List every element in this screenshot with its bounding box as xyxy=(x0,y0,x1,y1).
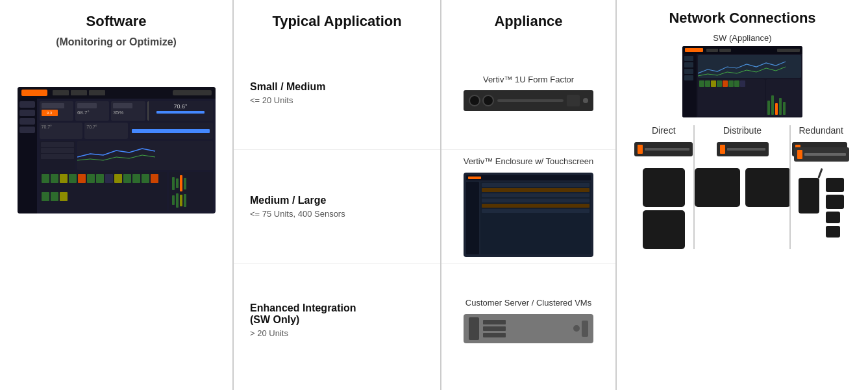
application-rows: Small / Medium <= 20 Units Medium / Larg… xyxy=(234,36,440,377)
conn-col-distribute: Distribute xyxy=(695,125,791,249)
conn-col-title-direct: Direct xyxy=(652,125,676,136)
sidebar-nav xyxy=(684,56,693,61)
sw-rack-item xyxy=(740,80,745,87)
direct-power-device-2 xyxy=(643,210,685,249)
enc-sidebar xyxy=(466,182,479,254)
sw-nav-item xyxy=(89,90,105,95)
sw-rack-item xyxy=(699,80,704,87)
sw-rack xyxy=(69,174,77,183)
bar-item xyxy=(779,98,782,115)
sw-app-bottom-area xyxy=(698,79,801,116)
server-bezel xyxy=(469,317,479,340)
sw-appliance-screenshot xyxy=(682,46,802,117)
direct-devices xyxy=(643,168,685,249)
sw-rack xyxy=(123,174,131,183)
bar-item xyxy=(775,103,778,115)
server-hole xyxy=(469,95,480,106)
sw-appliance-label: SW (Appliance) xyxy=(713,33,771,43)
sidebar-nav xyxy=(684,69,693,74)
app-item-title-ei: Enhanced IntegrationEnhanced Integration… xyxy=(250,302,356,326)
distribute-devices xyxy=(695,168,791,207)
device-bar xyxy=(645,148,689,151)
server-end xyxy=(567,95,580,106)
enc-main xyxy=(466,182,591,254)
network-title: Network Connections xyxy=(669,10,815,27)
appliance-row-enclosure: Vertiv™ Enclosure w/ Touchscreen xyxy=(441,150,615,264)
sw-stat-row: 9.3 68.7° 35% 70.6° xyxy=(40,101,213,121)
app-item-title-sm: Small / Medium xyxy=(250,81,325,93)
sw-stat-card: 9.3 xyxy=(40,101,73,121)
enc-row xyxy=(482,193,589,197)
sw-rack-item xyxy=(734,80,739,87)
enc-logo xyxy=(468,177,481,179)
antenna-device xyxy=(799,178,819,213)
sw-rack xyxy=(114,174,122,183)
sw-app-nav xyxy=(706,49,718,52)
device-accent xyxy=(797,150,802,159)
connection-columns: Direct Distribute xyxy=(633,125,852,249)
antenna xyxy=(817,168,823,178)
sw-floor-row xyxy=(40,172,213,211)
dist-power-device-2 xyxy=(745,168,791,207)
bar-item xyxy=(767,101,770,115)
network-section: Network Connections SW (Appliance) xyxy=(617,0,868,390)
conn-col-title-distribute: Distribute xyxy=(723,125,762,136)
sw-stat-card: 70.6° xyxy=(147,101,213,121)
sw-topbar xyxy=(18,87,216,99)
sw-content: 9.3 68.7° 35% 70.6° xyxy=(18,99,216,213)
sw-app-bar-chart xyxy=(766,79,801,116)
dist-device-card xyxy=(717,142,769,156)
sw-rack-item xyxy=(717,80,722,87)
app-item-subtitle-ei: > 20 Units xyxy=(250,328,356,338)
bar-item xyxy=(783,102,786,115)
software-subtitle: (Monitoring or Optimize) xyxy=(56,36,177,48)
sw-app-topbar xyxy=(682,46,802,54)
sw-app-racks xyxy=(698,79,765,116)
server-port-row xyxy=(483,326,506,331)
small-device-3 xyxy=(826,212,840,223)
sw-stat-card: 68.7° xyxy=(75,101,109,121)
sw-app-sidebar xyxy=(682,54,697,117)
server-port-row xyxy=(483,333,506,337)
sw-mid-row: 70.7° 70.7° xyxy=(40,123,213,139)
sw-rack xyxy=(87,174,95,183)
software-screenshot: 9.3 68.7° 35% 70.6° xyxy=(18,87,216,213)
enc-row xyxy=(482,183,589,187)
small-device-2 xyxy=(826,195,844,209)
sw-rack-item xyxy=(711,80,716,87)
server-usb xyxy=(582,321,588,337)
bar-item xyxy=(771,95,774,115)
sw-rack xyxy=(60,192,68,201)
dist-power-device-1 xyxy=(695,168,740,207)
enc-content xyxy=(480,182,591,254)
sw-sidebar-item xyxy=(19,127,35,133)
sw-rack xyxy=(51,174,58,183)
sw-app-main xyxy=(697,54,802,117)
software-section: Software (Monitoring or Optimize) xyxy=(0,0,234,390)
appliance-title: Appliance xyxy=(441,13,615,30)
enclosure-screen-content xyxy=(464,173,593,257)
app-item-subtitle-ml: <= 75 Units, 400 Sensors xyxy=(250,209,345,219)
sw-app-content xyxy=(682,54,802,117)
server-bar xyxy=(497,99,564,102)
sw-rack xyxy=(96,174,104,183)
sw-topbar-right xyxy=(173,90,212,95)
server-port-row xyxy=(483,320,506,324)
sw-rack xyxy=(132,174,140,183)
sw-rack xyxy=(60,174,68,183)
sw-rack-item xyxy=(728,80,734,87)
sidebar-nav xyxy=(684,75,693,80)
sw-nav-item xyxy=(53,90,69,95)
sw-sidebar xyxy=(18,99,37,213)
sw-appliance-box: SW (Appliance) xyxy=(682,33,802,117)
sw-rack xyxy=(151,174,158,183)
appliance-label-1u: Vertiv™ 1U Form Factor xyxy=(483,75,574,86)
conn-col-title-redundant: Redundant xyxy=(799,125,843,136)
appliance-row-server: Customer Server / Clustered VMs xyxy=(441,264,615,377)
device-bar xyxy=(804,153,846,156)
sw-floor-plan xyxy=(40,172,167,211)
app-row-small-medium: Small / Medium <= 20 Units xyxy=(234,36,440,150)
server-button xyxy=(583,98,588,103)
sw-rack xyxy=(78,174,86,183)
rack-server-mockup xyxy=(464,314,593,343)
